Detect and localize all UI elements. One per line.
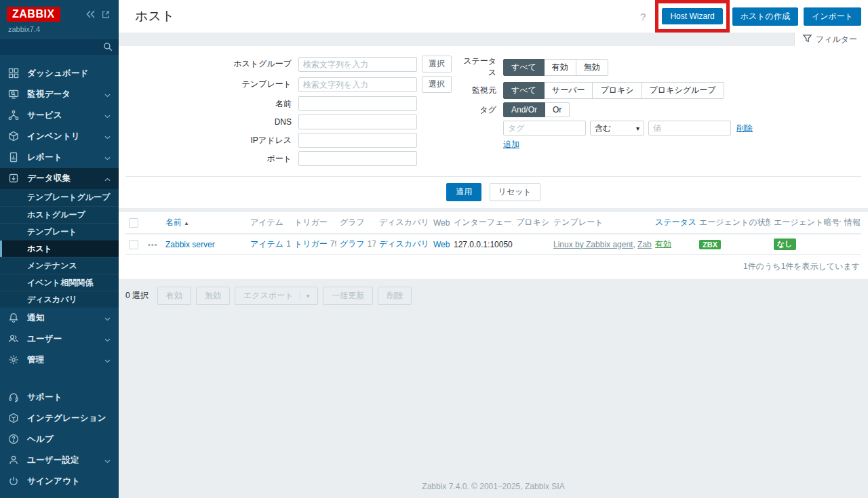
- tag-operator-select[interactable]: 含む ▾: [590, 121, 644, 136]
- tag-or-button[interactable]: Or: [545, 102, 570, 117]
- search-icon[interactable]: [103, 42, 113, 54]
- items-count: 152: [286, 239, 291, 249]
- status-enabled-button[interactable]: 有効: [545, 59, 576, 76]
- sidebar-item-data-collection[interactable]: データ収集: [0, 168, 119, 189]
- name-input[interactable]: [298, 96, 417, 111]
- tag-add-link[interactable]: 追加: [503, 139, 519, 150]
- chevron-up-icon: [104, 174, 111, 184]
- row-checkbox[interactable]: [129, 240, 138, 249]
- footer-copyright: Zabbix 7.4.0. © 2001–2025, Zabbix SIA: [119, 476, 868, 498]
- column-header-proxy: プロキシ: [513, 212, 550, 234]
- triggers-link[interactable]: トリガー: [294, 239, 328, 249]
- filter-funnel-icon: [803, 35, 812, 45]
- zabbix-logo[interactable]: ZABBIX: [7, 7, 60, 22]
- reset-button[interactable]: リセット: [490, 183, 540, 201]
- version-label: zabbix7.4: [0, 22, 119, 33]
- sidebar-item-template-groups[interactable]: テンプレートグループ: [0, 189, 119, 206]
- tag-value-input[interactable]: [648, 121, 731, 136]
- table-row: ••• Zabbix server アイテム152 トリガー79 グラフ17 デ…: [125, 234, 861, 255]
- agent-zbx-badge[interactable]: ZBX: [699, 240, 721, 249]
- proxy-cell: [513, 234, 550, 255]
- monitored-all-button[interactable]: すべて: [503, 82, 545, 99]
- table-header-row: 名前▲ アイテム トリガー グラフ ディスカバリ Web インターフェース プロ…: [125, 212, 861, 234]
- sidebar-item-user-settings[interactable]: ユーザー設定: [0, 450, 119, 471]
- triggers-count: 79: [330, 239, 336, 249]
- port-label: ポート: [119, 153, 298, 165]
- help-question-icon[interactable]: ?: [640, 11, 646, 22]
- page-header: ホスト ? Host Wizard ホストの作成 インポート: [119, 0, 868, 33]
- sidebar-item-services[interactable]: サービス: [0, 105, 119, 126]
- host-wizard-button[interactable]: Host Wizard: [662, 8, 722, 24]
- context-menu-icon[interactable]: •••: [148, 241, 158, 249]
- sidebar-item-reports[interactable]: レポート: [0, 147, 119, 168]
- info-cell: [841, 234, 861, 255]
- select-all-checkbox[interactable]: [129, 218, 138, 228]
- help-icon: [8, 434, 20, 445]
- delete-button[interactable]: 削除: [378, 287, 412, 305]
- sidebar-item-dashboard[interactable]: ダッシュボード: [0, 63, 119, 84]
- sidebar-item-templates[interactable]: テンプレート: [0, 223, 119, 240]
- sidebar-item-host-groups[interactable]: ホストグループ: [0, 206, 119, 223]
- monitored-proxy-group-button[interactable]: プロキシグループ: [642, 82, 724, 99]
- row-count-summary: 1件のうち1件を表示しています: [125, 255, 861, 279]
- sidebar-item-sign-out[interactable]: サインアウト: [0, 471, 119, 492]
- status-enabled-link[interactable]: 有効: [655, 239, 671, 249]
- status-label: ステータス: [461, 56, 503, 79]
- undock-sidebar-icon[interactable]: [101, 10, 111, 19]
- template-filter-label: テンプレート: [119, 79, 298, 90]
- graphs-count: 17: [368, 239, 376, 249]
- filter-tab[interactable]: フィルター: [794, 33, 868, 46]
- web-link[interactable]: Web: [433, 240, 450, 249]
- integrations-icon: [8, 413, 20, 424]
- port-input[interactable]: [298, 151, 417, 166]
- monitored-proxy-button[interactable]: プロキシ: [593, 82, 642, 99]
- chevron-down-icon: [104, 90, 111, 100]
- template-select-button[interactable]: 選択: [422, 76, 452, 93]
- search-input[interactable]: [0, 39, 119, 55]
- items-link[interactable]: アイテム: [250, 239, 283, 249]
- tag-remove-link[interactable]: 削除: [736, 123, 753, 134]
- monitored-server-button[interactable]: サーバー: [545, 82, 593, 99]
- status-disabled-button[interactable]: 無効: [576, 59, 608, 76]
- user-icon: [8, 455, 20, 466]
- sidebar-item-help[interactable]: ヘルプ: [0, 429, 119, 450]
- template-link-2[interactable]: Zabbix server health: [637, 240, 652, 249]
- sidebar-item-administration[interactable]: 管理: [0, 350, 119, 371]
- enable-button[interactable]: 有効: [157, 287, 191, 305]
- host-group-select-button[interactable]: 選択: [422, 56, 452, 72]
- tag-andor-button[interactable]: And/Or: [503, 102, 545, 117]
- column-header-interface: インターフェース: [450, 212, 513, 234]
- sidebar-item-inventory[interactable]: インベントリ: [0, 126, 119, 147]
- discovery-link[interactable]: ディスカバリ: [379, 239, 429, 249]
- encryption-none-badge[interactable]: なし: [774, 238, 796, 250]
- sidebar-item-monitoring[interactable]: 監視データ: [0, 84, 119, 105]
- ip-input[interactable]: [298, 133, 417, 148]
- create-host-button[interactable]: ホストの作成: [732, 7, 798, 26]
- sidebar-item-alerts[interactable]: 通知: [0, 308, 119, 329]
- column-header-status[interactable]: ステータス: [655, 217, 696, 227]
- host-group-input[interactable]: [298, 57, 417, 72]
- sidebar-item-maintenance[interactable]: メンテナンス: [0, 257, 119, 274]
- sidebar-item-integrations[interactable]: インテグレーション: [0, 408, 119, 429]
- mass-update-button[interactable]: 一括更新: [323, 287, 373, 305]
- chevron-down-icon: [104, 356, 111, 365]
- host-name-link[interactable]: Zabbix server: [165, 240, 215, 249]
- template-input[interactable]: [298, 77, 417, 92]
- tag-name-input[interactable]: [503, 121, 586, 136]
- monitoring-icon: [8, 89, 20, 100]
- column-header-name[interactable]: 名前▲: [165, 217, 189, 227]
- graphs-link[interactable]: グラフ: [340, 239, 365, 249]
- status-all-button[interactable]: すべて: [503, 59, 545, 76]
- template-link-1[interactable]: Linux by Zabbix agent: [553, 240, 633, 249]
- import-button[interactable]: インポート: [804, 7, 861, 26]
- dns-input[interactable]: [298, 115, 417, 129]
- export-button[interactable]: エクスポート ▾: [235, 287, 318, 305]
- disable-button[interactable]: 無効: [196, 287, 230, 305]
- apply-button[interactable]: 適用: [446, 183, 481, 201]
- sidebar-item-hosts[interactable]: ホスト: [0, 240, 119, 257]
- sidebar-item-users[interactable]: ユーザー: [0, 329, 119, 350]
- sidebar-item-discovery[interactable]: ディスカバリ: [0, 291, 119, 308]
- collapse-sidebar-icon[interactable]: [86, 10, 96, 18]
- sidebar-item-support[interactable]: サポート: [0, 387, 119, 408]
- sidebar-item-event-correlation[interactable]: イベント相関関係: [0, 274, 119, 291]
